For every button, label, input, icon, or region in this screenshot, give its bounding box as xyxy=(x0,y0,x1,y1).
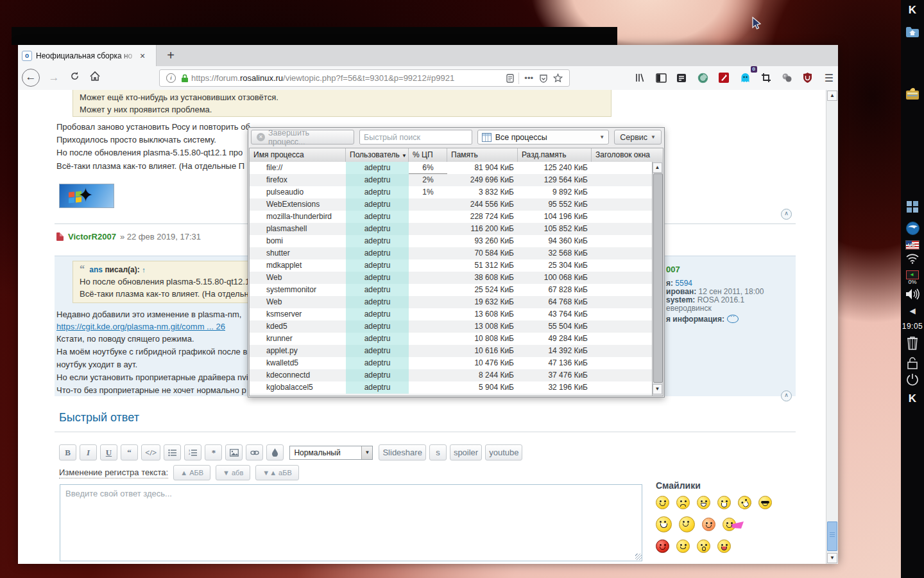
smiley-cool-icon[interactable] xyxy=(758,496,772,509)
smiley-thumbs-icon[interactable] xyxy=(679,516,695,532)
process-row[interactable]: file://adeptru6%81 904 КиБ125 240 КиБ xyxy=(250,162,653,174)
smiley-smile-icon[interactable] xyxy=(656,496,669,509)
process-row[interactable]: systemmonitoradeptru25 524 КиБ67 828 КиБ xyxy=(250,284,653,296)
kill-process-button[interactable]: × Завершить процесс... xyxy=(251,130,354,144)
posts-count-link[interactable]: 5594 xyxy=(675,279,692,288)
smiley-grin-icon[interactable] xyxy=(697,496,710,509)
code-button[interactable]: </> xyxy=(141,444,160,460)
commit-link[interactable]: https://cgit.kde.org/plasma-nm.git/comm … xyxy=(56,322,225,331)
uppercase-button[interactable]: ▲ АБВ xyxy=(173,465,210,480)
smiley-tongue-icon[interactable] xyxy=(717,539,731,553)
thunderbird-icon[interactable] xyxy=(901,222,924,235)
quote-button[interactable]: “ xyxy=(121,444,138,460)
link-button[interactable] xyxy=(246,444,263,460)
color-button[interactable] xyxy=(266,444,284,460)
column-window-title[interactable]: Заголовок окна xyxy=(592,148,663,162)
menu-button[interactable]: ☰ xyxy=(820,69,838,87)
pager-grid-icon[interactable] xyxy=(901,200,924,213)
post-author-link[interactable]: VictorR2007 xyxy=(68,232,116,241)
scrollbar-thumb[interactable] xyxy=(827,521,837,551)
post-file-icon[interactable] xyxy=(56,232,64,241)
process-scrollbar[interactable]: ▲ ▼ xyxy=(652,162,663,396)
ordered-list-button[interactable]: 12 xyxy=(184,444,201,460)
bookmark-star-icon[interactable] xyxy=(553,73,563,83)
spoiler-button[interactable]: spoiler xyxy=(450,444,482,460)
process-row[interactable]: applet.pyadeptru10 616 КиБ14 392 КиБ xyxy=(250,345,653,357)
proc-scroll-up[interactable]: ▲ xyxy=(653,162,662,173)
togglecase-button[interactable]: ▼▲ аБВ xyxy=(255,465,299,480)
proc-scroll-thumb[interactable] xyxy=(653,173,663,383)
forward-button[interactable]: → xyxy=(45,69,63,87)
asterisk-button[interactable]: * xyxy=(205,444,222,460)
youtube-button[interactable]: youtube xyxy=(485,444,522,460)
column-name[interactable]: Имя процесса xyxy=(250,148,346,162)
profile-author-name[interactable]: 007 xyxy=(666,265,680,274)
kde-launcher-icon[interactable]: K xyxy=(901,3,924,17)
trash-icon[interactable] xyxy=(901,335,924,351)
sidebar-button[interactable] xyxy=(652,69,670,87)
crop-screenshot-button[interactable] xyxy=(757,69,775,87)
service-button[interactable]: Сервис ▼ xyxy=(614,130,662,144)
kde-menu-icon[interactable]: K xyxy=(901,392,924,406)
keyboard-layout-icon[interactable]: US xyxy=(901,240,924,250)
pocket-shield-icon[interactable] xyxy=(539,74,548,83)
ublock-button[interactable] xyxy=(798,69,816,87)
quote-jump-arrow[interactable]: ↑ xyxy=(142,266,146,274)
scroll-down-arrow[interactable]: ▼ xyxy=(827,553,837,563)
browser-scrollbar[interactable]: ▲ ▼ xyxy=(826,90,838,564)
column-user[interactable]: Пользователь▼ xyxy=(346,148,409,162)
contact-bubble-icon[interactable] xyxy=(727,315,739,323)
page-actions-icon[interactable]: ••• xyxy=(524,73,533,83)
new-tab-button[interactable]: + xyxy=(160,45,181,66)
quote-author-link[interactable]: ans xyxy=(89,265,103,274)
process-row[interactable]: firefoxadeptru2%249 696 КиБ129 564 КиБ xyxy=(250,174,653,186)
back-to-top-button[interactable]: ∧ xyxy=(781,390,792,401)
column-cpu[interactable]: % ЦП xyxy=(409,148,447,162)
network-monitor-icon[interactable]: ◄ xyxy=(901,270,924,279)
smiley-devil-icon[interactable] xyxy=(656,539,669,553)
page-info-icon[interactable]: i xyxy=(166,73,176,83)
browser-tab[interactable]: o Неофициальная сборка но × xyxy=(18,45,157,66)
font-style-select[interactable]: Нормальный ▼ xyxy=(289,446,373,460)
downloadhelper-button[interactable] xyxy=(778,69,796,87)
unordered-list-button[interactable] xyxy=(164,444,181,460)
process-row[interactable]: Webadeptru19 632 КиБ64 768 КиБ xyxy=(250,296,653,308)
wifi-icon[interactable] xyxy=(901,253,924,264)
smiley-cheer-icon[interactable] xyxy=(656,516,672,532)
image-button[interactable] xyxy=(225,444,243,460)
process-row[interactable]: kglobalaccel5adeptru5 904 КиБ32 196 КиБ xyxy=(250,381,653,394)
proc-scroll-down[interactable]: ▼ xyxy=(653,384,662,394)
process-row[interactable]: WebExtensionsadeptru244 556 КиБ95 552 Ки… xyxy=(250,198,653,211)
smiley-blush-icon[interactable] xyxy=(702,518,715,531)
power-icon[interactable] xyxy=(901,373,924,386)
reload-button[interactable] xyxy=(65,69,83,87)
library-button[interactable] xyxy=(631,69,649,87)
bold-button[interactable]: B xyxy=(59,444,76,460)
process-row[interactable]: shutteradeptru70 584 КиБ32 568 КиБ xyxy=(250,247,653,259)
back-to-top-button[interactable]: ∧ xyxy=(781,209,792,220)
smiley-innocent-icon[interactable] xyxy=(676,539,690,553)
ghostery-button[interactable]: 0 xyxy=(736,69,754,87)
notes-extension-button[interactable] xyxy=(672,69,690,87)
slideshare-button[interactable]: Slideshare xyxy=(379,444,425,460)
underline-button[interactable]: U xyxy=(100,444,117,460)
smiley-jet-icon[interactable] xyxy=(723,518,736,531)
post-attachment-image[interactable]: ✦ xyxy=(59,184,114,208)
smiley-sad-icon[interactable] xyxy=(676,496,690,509)
lowercase-button[interactable]: ▼ абв xyxy=(216,465,250,480)
column-memory[interactable]: Память xyxy=(447,148,518,162)
reply-textarea[interactable] xyxy=(60,484,642,561)
column-shared[interactable]: Разд.память xyxy=(518,148,592,162)
green-extension-button[interactable] xyxy=(694,69,712,87)
home-button[interactable] xyxy=(86,69,104,87)
process-row[interactable]: plasmashelladeptru116 200 КиБ105 852 КиБ xyxy=(250,223,653,235)
volume-icon[interactable] xyxy=(901,288,924,300)
smiley-shock-icon[interactable] xyxy=(697,539,710,553)
process-row[interactable]: krunneradeptru10 808 КиБ49 284 КиБ xyxy=(250,333,653,345)
process-row[interactable]: bomiadeptru93 260 КиБ94 360 КиБ xyxy=(250,235,653,247)
process-row[interactable]: kdeconnectdadeptru8 244 КиБ37 476 КиБ xyxy=(250,369,653,381)
back-button[interactable]: ← xyxy=(22,69,40,87)
process-row[interactable]: mdkappletadeptru51 312 КиБ25 304 КиБ xyxy=(250,259,653,272)
smiley-rofl-icon[interactable] xyxy=(735,493,754,512)
process-row[interactable]: mozilla-thunderbirdadeptru228 724 КиБ104… xyxy=(250,211,653,223)
